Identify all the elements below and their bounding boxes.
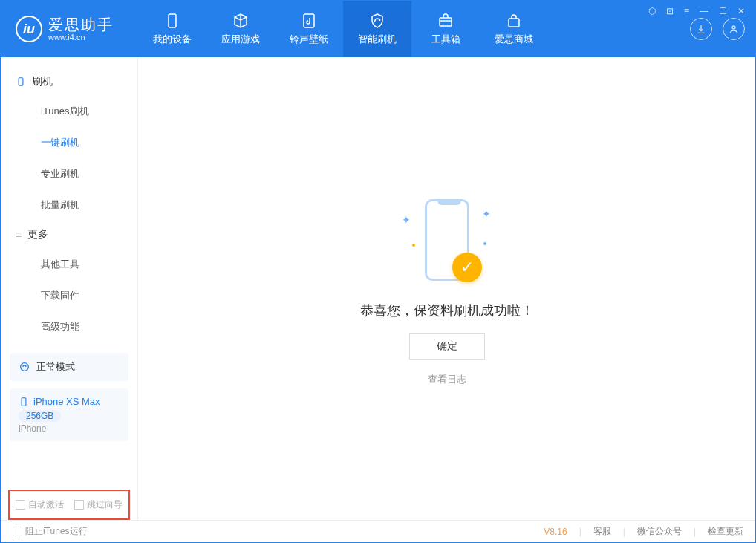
svg-rect-3 xyxy=(509,19,519,27)
phone-icon xyxy=(16,77,26,87)
cube-icon xyxy=(232,12,250,30)
skip-guide-checkbox[interactable]: 跳过向导 xyxy=(74,498,123,511)
window-controls: ⬡ ⊡ ≡ — ☐ ✕ xyxy=(638,1,755,22)
sidebar-item-download-firmware[interactable]: 下载固件 xyxy=(1,280,137,311)
sidebar-item-other-tools[interactable]: 其他工具 xyxy=(1,249,137,280)
nav-label: 应用游戏 xyxy=(221,33,260,46)
footer-link-check-update[interactable]: 检查更新 xyxy=(708,525,743,538)
nav-ringtones-wallpapers[interactable]: 铃声壁纸 xyxy=(275,1,343,57)
nav-label: 铃声壁纸 xyxy=(290,33,328,46)
nav-smart-flash[interactable]: 智能刷机 xyxy=(343,1,411,57)
maximize-button[interactable]: ☐ xyxy=(719,6,727,16)
sidebar-item-one-click-flash[interactable]: 一键刷机 xyxy=(1,127,137,158)
sidebar-item-itunes-flash[interactable]: iTunes刷机 xyxy=(1,96,137,127)
checkbox-label: 阻止iTunes运行 xyxy=(25,526,88,536)
close-button[interactable]: ✕ xyxy=(737,6,745,16)
sidebar-item-batch-flash[interactable]: 批量刷机 xyxy=(1,189,137,221)
separator: | xyxy=(579,527,581,537)
sidebar-item-pro-flash[interactable]: 专业刷机 xyxy=(1,158,137,189)
list-icon: ≡ xyxy=(16,229,22,241)
block-itunes-checkbox[interactable]: 阻止iTunes运行 xyxy=(13,525,88,538)
sidebar-bottom-highlighted: 自动激活 跳过向导 xyxy=(8,490,130,520)
svg-point-6 xyxy=(21,363,29,371)
sync-icon xyxy=(19,361,30,373)
nav-my-device[interactable]: 我的设备 xyxy=(138,1,206,57)
menu-icon[interactable]: ≡ xyxy=(684,6,689,16)
user-icon xyxy=(728,23,740,35)
toolbox-icon xyxy=(437,12,454,30)
separator: | xyxy=(623,527,625,537)
mode-label: 正常模式 xyxy=(36,360,75,374)
svg-rect-0 xyxy=(169,14,176,27)
device-storage-badge: 256GB xyxy=(19,410,61,422)
sparkle-icon: ✦ xyxy=(482,208,491,220)
nav-store[interactable]: 爱思商城 xyxy=(480,1,548,57)
view-log-link[interactable]: 查看日志 xyxy=(428,373,466,386)
section-title-label: 更多 xyxy=(27,228,48,241)
store-icon xyxy=(505,12,523,30)
device-name-label: iPhone XS Max xyxy=(33,396,100,407)
auto-activate-checkbox[interactable]: 自动激活 xyxy=(16,498,64,511)
dot-icon xyxy=(412,244,415,247)
phone-icon xyxy=(19,397,29,407)
nav-label: 爱思商城 xyxy=(495,33,533,46)
check-badge-icon: ✓ xyxy=(452,253,482,282)
app-subtitle: www.i4.cn xyxy=(48,33,114,42)
app-title: 爱思助手 xyxy=(48,16,114,33)
checkbox-label: 自动激活 xyxy=(28,499,64,510)
device-icon xyxy=(163,12,181,30)
separator: | xyxy=(694,527,696,537)
svg-rect-1 xyxy=(304,14,314,27)
music-file-icon xyxy=(300,12,318,30)
nav-label: 我的设备 xyxy=(153,33,192,46)
top-nav: 我的设备 应用游戏 铃声壁纸 智能刷机 工具箱 爱思商城 xyxy=(138,1,548,57)
download-icon xyxy=(695,23,707,35)
device-card[interactable]: iPhone XS Max 256GB iPhone xyxy=(10,388,128,441)
sidebar-item-advanced[interactable]: 高级功能 xyxy=(1,311,137,342)
nav-label: 智能刷机 xyxy=(358,33,397,46)
refresh-shield-icon xyxy=(368,12,386,30)
nav-apps-games[interactable]: 应用游戏 xyxy=(206,1,275,57)
device-type-label: iPhone xyxy=(19,423,120,434)
device-mode-card[interactable]: 正常模式 xyxy=(10,353,128,381)
footer-link-support[interactable]: 客服 xyxy=(593,525,611,538)
shirt-icon[interactable]: ⬡ xyxy=(648,6,656,16)
sidebar: 刷机 iTunes刷机 一键刷机 专业刷机 批量刷机 ≡ 更多 其他工具 下载固… xyxy=(1,57,138,520)
checkbox-label: 跳过向导 xyxy=(87,499,123,510)
version-label: V8.16 xyxy=(544,527,567,537)
success-message: 恭喜您，保资料刷机成功啦！ xyxy=(360,302,534,319)
nav-toolbox[interactable]: 工具箱 xyxy=(411,1,480,57)
footer-link-wechat[interactable]: 微信公众号 xyxy=(637,525,682,538)
svg-rect-2 xyxy=(440,18,452,26)
svg-rect-7 xyxy=(22,397,26,406)
dot-icon xyxy=(483,242,486,245)
footer: 阻止iTunes运行 V8.16 | 客服 | 微信公众号 | 检查更新 xyxy=(1,520,755,542)
svg-rect-5 xyxy=(19,78,23,86)
feedback-icon[interactable]: ⊡ xyxy=(666,6,674,16)
sidebar-section-more: ≡ 更多 xyxy=(1,221,137,249)
svg-point-4 xyxy=(732,26,735,29)
sparkle-icon: ✦ xyxy=(402,214,411,226)
main-content: ✦ ✦ ✓ 恭喜您，保资料刷机成功啦！ 确定 查看日志 xyxy=(138,57,755,520)
logo-icon: iu xyxy=(16,16,42,42)
success-illustration: ✦ ✦ ✓ xyxy=(399,192,495,288)
nav-label: 工具箱 xyxy=(431,33,460,46)
section-title-label: 刷机 xyxy=(32,75,53,88)
ok-button[interactable]: 确定 xyxy=(409,333,485,360)
logo[interactable]: iu 爱思助手 www.i4.cn xyxy=(1,1,138,57)
sidebar-section-flash: 刷机 xyxy=(1,68,137,96)
minimize-button[interactable]: — xyxy=(700,6,708,16)
